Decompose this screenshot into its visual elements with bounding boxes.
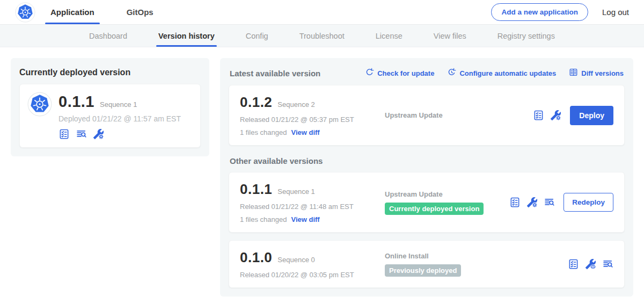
diff-icon (569, 68, 578, 78)
wrench-eye-icon[interactable] (585, 258, 596, 270)
version-number: 0.1.0 (240, 249, 272, 266)
version-source-label: Upstream Update (385, 111, 533, 119)
currently-deployed-badge: Currently deployed version (385, 203, 484, 215)
version-actions: Redeploy (509, 193, 613, 212)
wrench-gear-icon[interactable] (526, 197, 538, 208)
files-changed-label: 1 files changed (240, 128, 287, 136)
refresh-icon (365, 68, 374, 78)
released-timestamp: Released 01/21/22 @ 05:37 pm EST (240, 116, 374, 124)
sequence-label: Sequence 2 (277, 100, 314, 109)
version-actions (568, 258, 613, 270)
version-number: 0.1.1 (240, 181, 272, 198)
tab-license[interactable]: License (376, 25, 402, 47)
tab-gitops[interactable]: GitOps (125, 0, 156, 24)
version-actions: Deploy (533, 106, 613, 125)
version-action-icons (533, 110, 561, 121)
deployed-version-card: 0.1.1 Sequence 1 Deployed 01/21/22 @ 11:… (19, 84, 201, 148)
tab-registry-settings[interactable]: Registry settings (497, 25, 555, 47)
section-tabs: Dashboard Version history Config Trouble… (0, 25, 644, 47)
deployed-timestamp: Deployed 01/21/22 @ 11:57 am EST (58, 114, 181, 123)
top-nav: Application GitOps Add a new application… (0, 0, 644, 25)
released-timestamp: Released 01/21/22 @ 11:48 am EST (240, 203, 374, 211)
header-right: Add a new application Log out (491, 0, 644, 24)
deployed-sequence-label: Sequence 1 (100, 100, 137, 109)
view-diff-link[interactable]: View diff (291, 128, 319, 136)
tab-troubleshoot[interactable]: Troubleshoot (299, 25, 345, 47)
checklist-icon[interactable] (58, 128, 70, 140)
logout-link[interactable]: Log out (602, 8, 629, 17)
version-action-icons (568, 258, 613, 270)
view-diff-link[interactable]: View diff (291, 215, 319, 223)
wrench-gear-icon[interactable] (93, 128, 104, 140)
logs-icon[interactable] (76, 128, 87, 140)
check-for-update-link[interactable]: Check for update (365, 68, 434, 78)
configure-automatic-updates-link[interactable]: Configure automatic updates (447, 68, 556, 78)
checklist-icon[interactable] (568, 258, 579, 270)
currently-deployed-panel: Currently deployed version 0.1.1 Sequenc… (11, 58, 209, 156)
version-card-0.1.2: 0.1.2 Sequence 2 Released 01/21/22 @ 05:… (229, 85, 625, 146)
logs-icon[interactable] (602, 258, 613, 270)
version-action-icons (509, 197, 555, 208)
other-available-title: Other available versions (229, 146, 625, 172)
released-timestamp: Released 01/20/22 @ 03:05 pm EST (240, 271, 374, 279)
deployed-panel-title: Currently deployed version (19, 67, 201, 84)
version-source-label: Upstream Update (385, 190, 509, 198)
sequence-label: Sequence 0 (277, 256, 314, 264)
diff-versions-link[interactable]: Diff versions (569, 68, 624, 78)
tab-application[interactable]: Application (48, 0, 97, 24)
wrench-gear-icon[interactable] (550, 110, 561, 121)
tab-view-files[interactable]: View files (434, 25, 466, 47)
redeploy-button[interactable]: Redeploy (564, 193, 613, 212)
main-content: Currently deployed version 0.1.1 Sequenc… (0, 47, 644, 303)
tab-version-history[interactable]: Version history (158, 25, 215, 47)
checklist-icon[interactable] (533, 110, 544, 121)
tab-config[interactable]: Config (246, 25, 268, 47)
schedule-icon (447, 68, 456, 78)
logs-icon[interactable] (544, 197, 555, 208)
deployed-action-icons (58, 128, 181, 140)
previously-deployed-badge: Previously deployed (385, 264, 461, 277)
app-logo-icon (27, 92, 52, 140)
kubernetes-logo-icon (15, 2, 35, 23)
latest-available-title: Latest available version (230, 69, 320, 78)
available-versions-panel: Latest available version Check for updat… (220, 58, 633, 297)
app-tabs: Application GitOps (48, 0, 184, 24)
checklist-icon[interactable] (509, 197, 521, 208)
version-card-0.1.0: 0.1.0 Sequence 0 Released 01/20/22 @ 03:… (229, 240, 625, 288)
deployed-version-number: 0.1.1 (58, 93, 94, 111)
sequence-label: Sequence 1 (277, 187, 314, 196)
version-source-label: Online Install (385, 252, 568, 260)
version-number: 0.1.2 (240, 94, 272, 111)
add-application-button[interactable]: Add a new application (491, 3, 588, 21)
tab-dashboard[interactable]: Dashboard (89, 25, 127, 47)
version-card-0.1.1: 0.1.1 Sequence 1 Released 01/21/22 @ 11:… (229, 172, 625, 233)
deploy-button[interactable]: Deploy (570, 106, 613, 125)
files-changed-label: 1 files changed (240, 215, 287, 223)
